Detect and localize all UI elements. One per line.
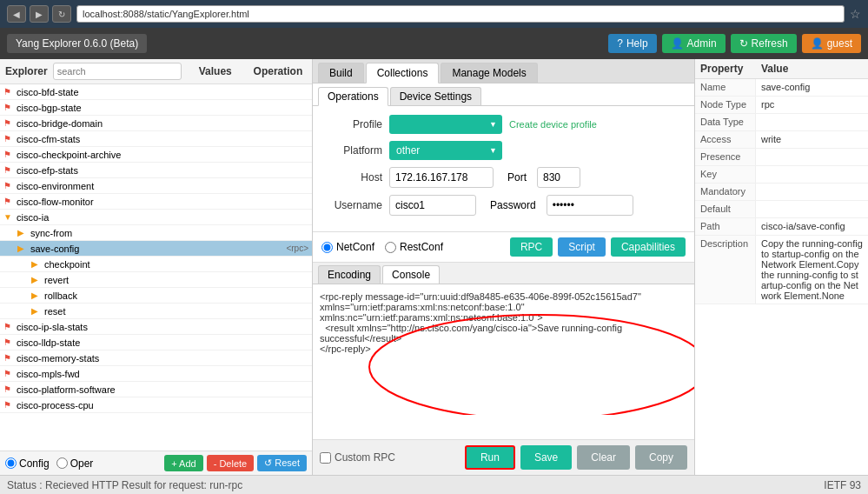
profile-select[interactable] bbox=[389, 115, 502, 134]
tree-item-save-config[interactable]: ▶ save-config <rpc> bbox=[0, 241, 312, 257]
tree-item-reset[interactable]: ▶ reset bbox=[0, 304, 312, 319]
folder-icon: ▶ bbox=[31, 290, 42, 301]
radio-row: NetConf RestConf RPC Script Capabilities bbox=[313, 232, 694, 263]
help-button[interactable]: ? Help bbox=[608, 34, 656, 53]
refresh-button[interactable]: ↻ Refresh bbox=[731, 34, 797, 53]
explorer-action-buttons: + Add - Delete ↺ Reset bbox=[164, 455, 307, 471]
copy-button[interactable]: Copy bbox=[635, 445, 687, 470]
tree-item-cisco-lldp-state[interactable]: ⚑ cisco-lldp-state bbox=[0, 335, 312, 350]
custom-rpc-check[interactable] bbox=[320, 452, 331, 464]
tree-item-cisco-ip-sla-stats[interactable]: ⚑ cisco-ip-sla-stats bbox=[0, 319, 312, 335]
profile-label: Profile bbox=[321, 118, 382, 130]
version-text: IETF 93 bbox=[824, 479, 861, 491]
leaf-icon: ⚑ bbox=[3, 165, 14, 176]
leaf-icon: ⚑ bbox=[3, 197, 14, 207]
tab-manage-models[interactable]: Manage Models bbox=[441, 63, 537, 83]
host-label: Host bbox=[321, 171, 382, 184]
console-tab-console[interactable]: Console bbox=[382, 265, 440, 284]
forward-button[interactable]: ▶ bbox=[30, 5, 49, 23]
restconf-radio[interactable]: RestConf bbox=[385, 241, 443, 253]
netconf-radio[interactable]: NetConf bbox=[321, 241, 374, 253]
config-radio[interactable]: Config bbox=[5, 457, 50, 470]
platform-label: Platform bbox=[321, 144, 382, 157]
folder-icon: ▶ bbox=[31, 306, 42, 317]
sub-tab-operations[interactable]: Operations bbox=[318, 87, 388, 106]
leaf-icon: ⚑ bbox=[3, 87, 14, 97]
header-buttons: ? Help 👤 Admin ↻ Refresh 👤 guest bbox=[608, 34, 861, 53]
prop-val-default bbox=[756, 201, 868, 217]
url-bar[interactable] bbox=[76, 5, 845, 23]
tree-item-cisco-platform-software[interactable]: ⚑ cisco-platform-software bbox=[0, 382, 312, 397]
main-layout: Explorer Values Operation ⚑ cisco-bfd-st… bbox=[0, 59, 868, 475]
main-tab-bar: Build Collections Manage Models bbox=[313, 59, 694, 83]
tree-item-cisco-process-cpu[interactable]: ⚑ cisco-process-cpu bbox=[0, 397, 312, 413]
create-device-profile-link[interactable]: Create device profile bbox=[509, 119, 597, 130]
leaf-icon: ⚑ bbox=[3, 118, 14, 129]
admin-button[interactable]: 👤 Admin bbox=[662, 34, 726, 53]
tree-item-cisco-efp-stats[interactable]: ⚑ cisco-efp-stats bbox=[0, 163, 312, 178]
app-header: Yang Explorer 0.6.0 (Beta) ? Help 👤 Admi… bbox=[0, 28, 868, 59]
tree-item-cisco-memory-stats[interactable]: ⚑ cisco-memory-stats bbox=[0, 350, 312, 366]
tree-item-cisco-ia[interactable]: ▼ cisco-ia bbox=[0, 210, 312, 225]
browser-chrome: ◀ ▶ ↻ ☆ bbox=[0, 0, 868, 28]
sub-tab-device-settings[interactable]: Device Settings bbox=[390, 87, 481, 105]
tree-item-cisco-cfm-stats[interactable]: ⚑ cisco-cfm-stats bbox=[0, 131, 312, 147]
add-button[interactable]: + Add bbox=[164, 455, 202, 471]
tree-item-cisco-environment[interactable]: ⚑ cisco-environment bbox=[0, 178, 312, 194]
tree-item-cisco-checkpoint-archive[interactable]: ⚑ cisco-checkpoint-archive bbox=[0, 147, 312, 163]
back-button[interactable]: ◀ bbox=[7, 5, 26, 23]
prop-row-description: Description Copy the running-config to s… bbox=[695, 236, 868, 304]
host-input[interactable] bbox=[389, 167, 494, 188]
platform-select[interactable]: other bbox=[389, 141, 502, 160]
prop-row-name: Name save-config bbox=[695, 79, 868, 97]
prop-key-access: Access bbox=[695, 131, 756, 148]
app-title: Yang Explorer 0.6.0 (Beta) bbox=[7, 34, 147, 53]
value-col-header: Value bbox=[761, 63, 863, 75]
username-input[interactable] bbox=[389, 195, 476, 216]
leaf-icon: ⚑ bbox=[3, 103, 14, 113]
prop-row-default: Default bbox=[695, 201, 868, 218]
oper-radio[interactable]: Oper bbox=[56, 457, 94, 470]
save-button[interactable]: Save bbox=[520, 445, 572, 470]
center-panel: Build Collections Manage Models Operatio… bbox=[313, 59, 694, 475]
port-input[interactable] bbox=[537, 167, 580, 188]
clear-button[interactable]: Clear bbox=[577, 445, 630, 470]
prop-val-name: save-config bbox=[756, 79, 868, 96]
folder-icon: ▶ bbox=[17, 244, 28, 254]
user-icon: 👤 bbox=[811, 37, 824, 50]
tab-build[interactable]: Build bbox=[318, 63, 364, 83]
delete-button[interactable]: - Delete bbox=[207, 455, 255, 471]
script-button[interactable]: Script bbox=[558, 237, 606, 257]
rpc-button[interactable]: RPC bbox=[510, 237, 553, 257]
reset-button[interactable]: ↺ Reset bbox=[257, 455, 307, 471]
reload-button[interactable]: ↻ bbox=[52, 5, 71, 23]
console-tab-encoding[interactable]: Encoding bbox=[318, 265, 381, 284]
tree-item-cisco-bfd-state[interactable]: ⚑ cisco-bfd-state bbox=[0, 84, 312, 100]
tree-item-revert[interactable]: ▶ revert bbox=[0, 272, 312, 288]
folder-icon: ▶ bbox=[17, 228, 28, 238]
tree-item-cisco-bgp-state[interactable]: ⚑ cisco-bgp-state bbox=[0, 100, 312, 116]
explorer-bottom: Config Oper + Add - Delete ↺ Reset bbox=[0, 451, 312, 475]
prop-row-mandatory: Mandatory bbox=[695, 184, 868, 201]
admin-icon: 👤 bbox=[671, 37, 684, 50]
status-bar: Status : Recieved HTTP Result for reques… bbox=[0, 475, 868, 494]
bottom-bar: Custom RPC Run Save Clear Copy bbox=[313, 439, 694, 475]
guest-button[interactable]: 👤 guest bbox=[802, 34, 861, 53]
prop-row-presence: Presence bbox=[695, 149, 868, 166]
password-input[interactable] bbox=[547, 195, 633, 216]
tree-item-rollback[interactable]: ▶ rollback bbox=[0, 288, 312, 304]
leaf-icon: ⚑ bbox=[3, 322, 14, 332]
tree-item-cisco-mpls-fwd[interactable]: ⚑ cisco-mpls-fwd bbox=[0, 366, 312, 382]
tree-item-checkpoint[interactable]: ▶ checkpoint bbox=[0, 257, 312, 272]
tab-collections[interactable]: Collections bbox=[366, 63, 440, 83]
tree-item-cisco-bridge-domain[interactable]: ⚑ cisco-bridge-domain bbox=[0, 116, 312, 131]
capabilities-button[interactable]: Capabilities bbox=[611, 237, 686, 257]
run-button[interactable]: Run bbox=[465, 445, 515, 470]
leaf-icon: ⚑ bbox=[3, 353, 14, 364]
star-icon[interactable]: ☆ bbox=[850, 7, 861, 21]
prop-val-path: cisco-ia/save-config bbox=[756, 218, 868, 235]
tree-item-sync-from[interactable]: ▶ sync-from bbox=[0, 225, 312, 241]
search-input[interactable] bbox=[53, 63, 182, 80]
tree-item-cisco-flow-monitor[interactable]: ⚑ cisco-flow-monitor bbox=[0, 194, 312, 210]
form-area: Profile Create device profile Platform o… bbox=[313, 106, 694, 232]
